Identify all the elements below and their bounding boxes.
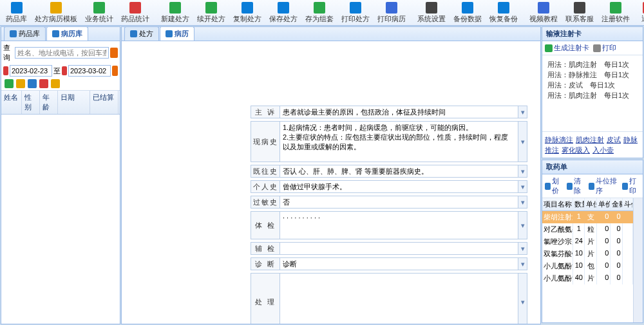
backup-button[interactable]: 备份数据 bbox=[450, 1, 486, 24]
patient-col-1[interactable]: 性别 bbox=[22, 91, 40, 114]
delete-icon[interactable] bbox=[39, 79, 48, 88]
allergy-history-dropdown[interactable]: ▾ bbox=[518, 196, 527, 208]
treatment-input[interactable] bbox=[280, 274, 518, 324]
contact-cs-button[interactable]: 联系客服 bbox=[562, 1, 598, 24]
new-rx-icon bbox=[169, 2, 181, 14]
add-icon[interactable] bbox=[5, 79, 14, 88]
drug-stats-button[interactable]: 药品统计 bbox=[117, 1, 153, 24]
date-from-input[interactable] bbox=[10, 65, 52, 77]
print-button[interactable]: 打印 bbox=[622, 176, 640, 196]
med-col-1[interactable]: 数量 bbox=[573, 198, 585, 210]
medication-table-body: 柴胡注射液1支00对乙酰氨基…1粒00氯唑沙宗片24片00双氯芬酸钠…10片00… bbox=[542, 211, 633, 284]
rx-template-button[interactable]: 处方病历模板 bbox=[31, 1, 81, 24]
print-record-button[interactable]: 打印病历 bbox=[374, 1, 410, 24]
search-icon[interactable] bbox=[110, 48, 118, 58]
route-link-5[interactable]: 入小壶 bbox=[592, 146, 614, 154]
tab-record[interactable]: 病历 bbox=[160, 26, 194, 41]
present-history-input[interactable]: 1.起病情况：患者时间，起病缓急，前驱症状，可能的病因。 2.主要症状的特点：应… bbox=[280, 122, 518, 162]
tab-rx[interactable]: 处方 bbox=[124, 26, 159, 41]
personal-history-dropdown[interactable]: ▾ bbox=[518, 181, 527, 192]
register-button[interactable]: 注册软件 bbox=[598, 1, 634, 24]
export-icon[interactable] bbox=[51, 79, 60, 88]
med-row-2[interactable]: 氯唑沙宗片24片00 bbox=[542, 236, 633, 248]
date-go-icon[interactable] bbox=[112, 66, 118, 76]
save-rx-button[interactable]: 保存处方 bbox=[265, 1, 301, 24]
sort-button[interactable]: 斗位排序 bbox=[589, 176, 618, 196]
route-link-2[interactable]: 皮试 bbox=[607, 136, 621, 144]
tab-drug-library[interactable]: 药品库 bbox=[4, 26, 46, 41]
med-col-0[interactable]: 项目名称 bbox=[542, 198, 573, 210]
new-rx-button[interactable]: 新建处方 bbox=[157, 1, 193, 24]
physical-exam-input[interactable]: · · · · · · · · · · bbox=[280, 212, 518, 239]
clear-button[interactable]: 清除 bbox=[567, 176, 585, 196]
chief-complaint-dropdown[interactable]: ▾ bbox=[518, 106, 527, 118]
date-to-input[interactable] bbox=[68, 65, 111, 77]
present-history-label: 现病史 bbox=[251, 121, 280, 162]
drug-stats-icon bbox=[129, 2, 141, 14]
video-tutorial-button[interactable]: 视频教程 bbox=[526, 1, 562, 24]
med-col-5[interactable]: 斗位 bbox=[623, 198, 633, 210]
med-col-2[interactable]: 单位 bbox=[585, 198, 596, 210]
print-rx-button[interactable]: 打印处方 bbox=[337, 1, 374, 24]
search-input[interactable] bbox=[15, 47, 109, 59]
restore-label: 恢复备份 bbox=[489, 14, 518, 24]
open-icon[interactable] bbox=[16, 79, 25, 88]
present-history-dropdown[interactable]: ▾ bbox=[518, 122, 527, 162]
restore-button[interactable]: 恢复备份 bbox=[486, 1, 522, 24]
print-card-button[interactable]: 打印 bbox=[593, 43, 616, 53]
med-row-5[interactable]: 小儿氨酚黄…40片00 bbox=[542, 272, 633, 284]
past-history-input[interactable]: 否认 心、肝、肺、脾、肾 等重要脏器疾病史。 bbox=[280, 165, 518, 177]
past-history-dropdown[interactable]: ▾ bbox=[518, 165, 527, 177]
sys-settings-button[interactable]: 系统设置 bbox=[413, 1, 450, 24]
calendar-from-icon[interactable] bbox=[3, 66, 8, 75]
route-link-4[interactable]: 雾化吸入 bbox=[562, 146, 590, 154]
tab-record-library-icon bbox=[52, 30, 59, 37]
med-col-4[interactable]: 金额 bbox=[611, 198, 622, 210]
chief-complaint-input[interactable]: 患者就诊最主要的原因，包括政治，体征及持续时间 bbox=[280, 106, 518, 118]
auxiliary-exam-dropdown[interactable]: ▾ bbox=[518, 243, 527, 254]
personal-history-row: 个人史 曾做过甲状腺手术。 ▾ bbox=[251, 180, 527, 193]
drug-library-button[interactable]: 药品库 bbox=[2, 1, 31, 24]
auxiliary-exam-input[interactable] bbox=[280, 243, 518, 254]
reopen-rx-button[interactable]: 续开处方 bbox=[193, 1, 229, 24]
physical-exam-dropdown[interactable]: ▾ bbox=[518, 212, 527, 239]
med-row-3[interactable]: 双氯芬酸钠…10片00 bbox=[542, 248, 633, 260]
route-link-1[interactable]: 肌肉注射 bbox=[576, 136, 604, 144]
edit-icon[interactable] bbox=[28, 79, 37, 88]
calendar-to-icon[interactable] bbox=[62, 66, 67, 75]
patient-col-3[interactable]: 日期 bbox=[58, 91, 90, 114]
exit-button[interactable]: 退出 bbox=[638, 1, 644, 24]
med-col-3[interactable]: 单价 bbox=[597, 198, 611, 210]
allergy-history-label: 过敏史 bbox=[251, 196, 280, 209]
patient-col-4[interactable]: 已结算 bbox=[90, 91, 118, 114]
treatment-dropdown[interactable]: ▾ bbox=[518, 274, 527, 324]
drug-library-icon bbox=[11, 2, 23, 14]
copy-rx-button[interactable]: 复制处方 bbox=[229, 1, 265, 24]
medication-panel: 取药单 划价清除斗位排序打印 项目名称数量单位单价金额斗位 柴胡注射液1支00对… bbox=[542, 160, 643, 323]
date-separator: 至 bbox=[53, 66, 61, 76]
save-as-group-button[interactable]: 存为组套 bbox=[301, 1, 337, 24]
save-rx-icon bbox=[278, 2, 289, 14]
allergy-history-row: 过敏史 否 ▾ bbox=[251, 196, 527, 209]
tab-record-library[interactable]: 病历库 bbox=[46, 26, 88, 41]
allergy-history-input[interactable]: 否 bbox=[280, 196, 518, 208]
med-row-0[interactable]: 柴胡注射液1支00 bbox=[542, 211, 633, 223]
right-panel: 输液注射卡 生成注射卡 打印 用法：肌肉注射 每日1次用法：静脉推注 每日1次用… bbox=[542, 26, 643, 324]
patient-col-2[interactable]: 年龄 bbox=[40, 91, 58, 114]
route-link-0[interactable]: 静脉滴注 bbox=[545, 136, 573, 144]
dosage-line-3: 用法：肌肉注射 每日1次 bbox=[547, 90, 638, 100]
price-button[interactable]: 划价 bbox=[545, 176, 563, 196]
main-toolbar: 药品库处方病历模板业务统计药品统计新建处方续开处方复制处方保存处方存为组套打印处… bbox=[0, 0, 644, 26]
copy-rx-icon bbox=[242, 2, 253, 14]
scrollbar[interactable] bbox=[633, 198, 643, 322]
generate-card-button[interactable]: 生成注射卡 bbox=[545, 43, 589, 53]
reopen-rx-label: 续开处方 bbox=[197, 14, 225, 24]
diagnosis-dropdown[interactable]: ▾ bbox=[518, 258, 527, 270]
medication-title: 取药单 bbox=[542, 160, 643, 174]
biz-stats-button[interactable]: 业务统计 bbox=[81, 1, 117, 24]
personal-history-input[interactable]: 曾做过甲状腺手术。 bbox=[280, 181, 518, 192]
med-row-4[interactable]: 小儿氨酚黄…10包00 bbox=[542, 260, 633, 272]
patient-col-0[interactable]: 姓名 bbox=[1, 91, 22, 114]
med-row-1[interactable]: 对乙酰氨基…1粒00 bbox=[542, 223, 633, 236]
diagnosis-input[interactable]: 诊断 bbox=[280, 258, 518, 270]
